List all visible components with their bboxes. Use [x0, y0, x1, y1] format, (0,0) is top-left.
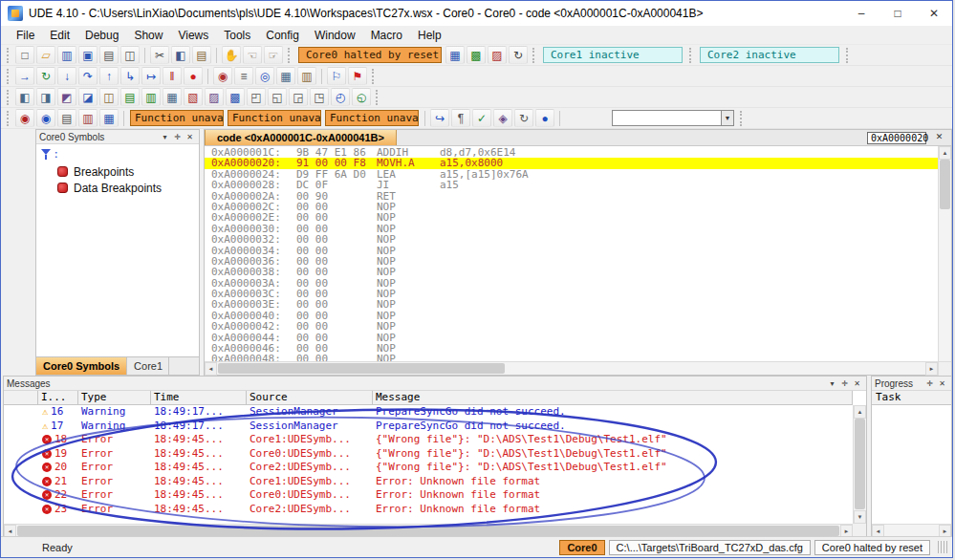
- maximize-button[interactable]: □: [879, 1, 916, 26]
- message-row[interactable]: ✕22Error18:49:45...Core0:UDESymb...Error…: [4, 488, 853, 503]
- reset-target-icon[interactable]: ●: [184, 67, 203, 85]
- go-icon[interactable]: →: [15, 67, 34, 85]
- messages-vertical-scrollbar[interactable]: ▲ ▼: [853, 405, 866, 524]
- scroll-right-icon[interactable]: ►: [925, 362, 938, 376]
- find-icon[interactable]: ◉: [15, 109, 34, 127]
- callstack-window-icon[interactable]: ▦: [163, 88, 182, 106]
- scroll-thumb[interactable]: [218, 363, 505, 374]
- symbols-filter-row[interactable]: :: [36, 144, 199, 163]
- status-config-path[interactable]: C:\...\Targets\TriBoard_TC27xD_das.cfg: [609, 540, 811, 555]
- message-row[interactable]: ✕18Error18:49:45...Core1:UDESymb...{"Wro…: [4, 433, 853, 447]
- step-into-icon[interactable]: ↓: [57, 67, 76, 85]
- address-combo[interactable]: ▼: [612, 110, 734, 126]
- open-workspace-icon[interactable]: ▱: [36, 46, 55, 64]
- toggle-breakpoint-icon[interactable]: ◉: [213, 67, 232, 85]
- bookmark-icon[interactable]: ▤: [57, 109, 76, 127]
- function-combo-2[interactable]: Function unavai: ▼: [228, 110, 321, 126]
- core0-status-indicator[interactable]: Core0 halted by reset: [298, 47, 442, 63]
- status-core-badge[interactable]: Core0: [559, 540, 604, 555]
- cut-icon[interactable]: ✂: [150, 46, 169, 64]
- code-line[interactable]: 0xA0000038:00 00NOP: [205, 267, 938, 277]
- messages-window-icon[interactable]: ◱: [268, 88, 287, 106]
- point-left-icon[interactable]: ☜: [243, 46, 262, 64]
- scroll-up-icon[interactable]: ▲: [939, 146, 951, 160]
- status-core-state[interactable]: Core0 halted by reset: [814, 540, 930, 555]
- progress-horizontal-scrollbar[interactable]: ◄ ►: [872, 524, 951, 537]
- step-out-icon[interactable]: ↑: [99, 67, 119, 85]
- refresh-cores-icon[interactable]: ↻: [509, 46, 528, 64]
- flash-program-icon[interactable]: ▨: [488, 46, 507, 64]
- column-header-type[interactable]: Type: [78, 391, 151, 405]
- bookmark-next-icon[interactable]: ▥: [78, 109, 98, 127]
- panel-close-button[interactable]: ✕: [184, 131, 196, 143]
- tree-item-data-breakpoints[interactable]: Data Breakpoints: [36, 180, 199, 196]
- code-line[interactable]: 0xA0000032:00 00NOP: [205, 234, 938, 245]
- print-icon[interactable]: ▤: [99, 46, 119, 64]
- core2-status-indicator[interactable]: Core2 inactive: [700, 47, 839, 63]
- scroll-thumb[interactable]: [940, 160, 950, 209]
- copy-icon[interactable]: ◧: [171, 46, 190, 64]
- code-close-icon[interactable]: ✕: [933, 132, 945, 141]
- menu-tools[interactable]: Tools: [216, 26, 258, 45]
- goto-address-icon[interactable]: ↪: [430, 109, 449, 127]
- function-combo-3[interactable]: Function unavai: ▼: [325, 110, 419, 126]
- sync-view-icon[interactable]: ↻: [514, 109, 533, 127]
- workspace-window-icon[interactable]: ◳: [310, 88, 329, 106]
- scroll-left-icon[interactable]: ◄: [4, 525, 16, 538]
- column-header-task[interactable]: Task: [872, 391, 951, 405]
- flag-blue-icon[interactable]: ⚐: [327, 67, 346, 85]
- step-instruction-icon[interactable]: ↳: [120, 67, 140, 85]
- panel-close-button[interactable]: ✕: [936, 377, 948, 390]
- message-row[interactable]: ✕21Error18:49:45...Core1:UDESymb...Error…: [4, 475, 853, 489]
- breakpoint-list-icon[interactable]: ≡: [234, 67, 253, 85]
- terminal-window-icon[interactable]: ◰: [247, 88, 266, 106]
- panel-menu-button[interactable]: ▾: [159, 131, 171, 143]
- memory-window-icon[interactable]: ◫: [99, 88, 119, 106]
- address-box[interactable]: 0xA0000020: [867, 132, 926, 144]
- menu-debug[interactable]: Debug: [77, 26, 126, 45]
- panel-pin-button[interactable]: ✛: [171, 131, 184, 143]
- resize-grip[interactable]: [938, 541, 947, 553]
- scroll-thumb[interactable]: [855, 419, 865, 509]
- column-header-i[interactable]: I...: [38, 391, 78, 405]
- cascade-windows-icon[interactable]: ◧: [15, 88, 34, 106]
- bookmark-clear-icon[interactable]: ▦: [99, 109, 119, 127]
- scroll-left-icon[interactable]: ◄: [205, 362, 217, 376]
- step-over-icon[interactable]: ↷: [78, 67, 98, 85]
- code-line[interactable]: 0xA0000048:00 00NOP: [205, 354, 938, 361]
- grab-hand-icon[interactable]: ✋: [222, 46, 241, 64]
- new-workspace-icon[interactable]: □: [15, 46, 34, 64]
- column-header-message[interactable]: Message: [373, 391, 853, 405]
- verify-program-icon[interactable]: ▩: [467, 46, 486, 64]
- close-button[interactable]: ✕: [916, 1, 952, 26]
- paste-icon[interactable]: ▤: [192, 46, 211, 64]
- view-mixed-icon[interactable]: ¶: [451, 109, 470, 127]
- restart-icon[interactable]: ↻: [36, 67, 55, 85]
- progress-window-icon[interactable]: ◲: [289, 88, 308, 106]
- print-preview-icon[interactable]: ◫: [120, 46, 140, 64]
- core1-status-indicator[interactable]: Core1 inactive: [543, 47, 683, 63]
- menu-window[interactable]: Window: [307, 26, 363, 45]
- address-history-icon[interactable]: ●: [535, 109, 554, 127]
- registers-icon[interactable]: ▦: [276, 67, 295, 85]
- symbols-tab-core0-symbols[interactable]: Core0 Symbols: [36, 357, 127, 375]
- halt-icon[interactable]: ‖: [163, 67, 182, 85]
- view-source-icon[interactable]: ✓: [472, 109, 491, 127]
- run-to-cursor-icon[interactable]: ↦: [141, 67, 161, 85]
- tree-item-breakpoints[interactable]: Breakpoints: [36, 163, 199, 180]
- message-row[interactable]: ✕19Error18:49:45...Core0:UDESymb...{"Wro…: [4, 447, 853, 462]
- panel-pin-button[interactable]: ✛: [923, 377, 936, 390]
- message-row[interactable]: ✕20Error18:49:45...Core2:UDESymb...{"Wro…: [4, 461, 853, 475]
- code-window-icon[interactable]: ◪: [78, 88, 98, 106]
- code-line[interactable]: 0xA0000028:DC 0FJIa15: [205, 180, 938, 190]
- mixed-view-icon[interactable]: ◴: [331, 88, 350, 106]
- message-row[interactable]: ⚠16Warning18:49:17...SessionManagerPrepa…: [4, 405, 853, 420]
- panel-close-button[interactable]: ✕: [851, 377, 863, 390]
- find-in-files-icon[interactable]: ◉: [36, 109, 55, 127]
- code-tab[interactable]: code <0xA000001C-0xA000041B>: [205, 130, 397, 145]
- scroll-down-icon[interactable]: ▼: [854, 510, 866, 524]
- code-vertical-scrollbar[interactable]: ▲ ▼: [938, 146, 951, 361]
- registers-window-icon[interactable]: ▧: [184, 88, 203, 106]
- menu-edit[interactable]: Edit: [42, 26, 77, 45]
- trace-window-icon[interactable]: ▩: [226, 88, 245, 106]
